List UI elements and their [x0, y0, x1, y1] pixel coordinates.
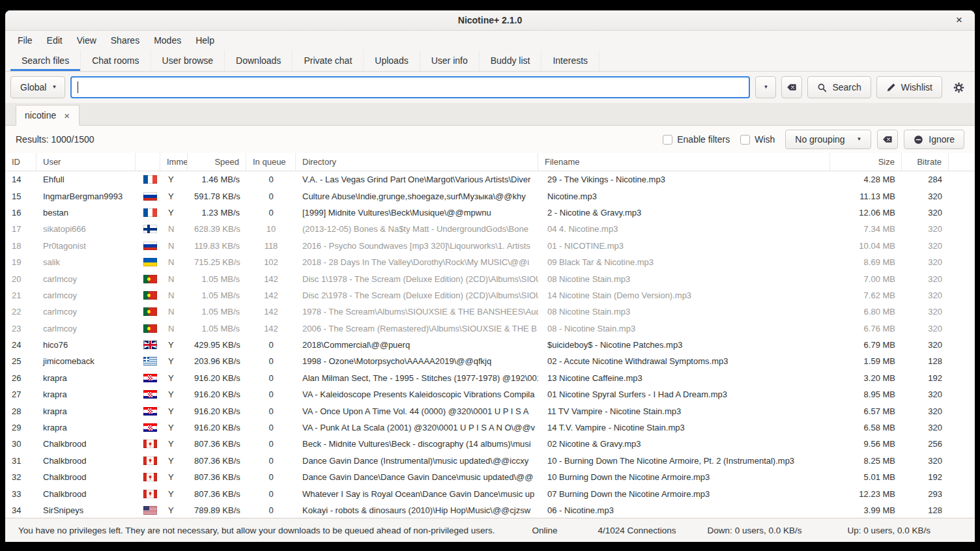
result-row[interactable]: 23 carlmcoy N 1.05 MB/s 142 2006 - The S…: [5, 320, 975, 337]
menu-shares[interactable]: Shares: [104, 31, 147, 50]
window-title: Nicotine+ 2.1.0: [458, 15, 522, 25]
cell-immediate: N: [160, 241, 188, 251]
cell-user: IngmarBergman9993: [36, 191, 136, 201]
column-header-country[interactable]: [136, 153, 160, 171]
cell-in-queue: 0: [246, 175, 296, 184]
country-flag-icon: [143, 275, 157, 283]
clear-results-button[interactable]: [877, 130, 898, 149]
cell-size: 8.69 MB: [830, 257, 902, 267]
result-row[interactable]: 24 hico76 Y 429.95 KB/s 0 2018\Commercia…: [5, 337, 975, 353]
result-row[interactable]: 20 carlmcoy N 1.05 MB/s 142 Disc 1\1978 …: [5, 270, 975, 287]
result-row[interactable]: 30 Chalkbrood Y 807.36 KB/s 0 Beck - Mid…: [5, 436, 975, 452]
tab-chat-rooms[interactable]: Chat rooms: [81, 50, 151, 71]
result-row[interactable]: 25 jimicomeback Y 203.96 KB/s 0 1998 - O…: [5, 353, 975, 369]
cell-user: hico76: [36, 340, 136, 350]
tab-private-chat[interactable]: Private chat: [293, 50, 364, 71]
tab-downloads[interactable]: Downloads: [225, 50, 293, 71]
result-row[interactable]: 15 IngmarBergman9993 Y 591.78 KB/s 0 Cul…: [5, 188, 975, 204]
search-button[interactable]: Search: [807, 76, 871, 98]
tab-user-info[interactable]: User info: [420, 50, 480, 71]
wishlist-button[interactable]: Wishlist: [876, 76, 942, 98]
cell-filename: 13 Nicotine Caffeine.mp3: [538, 373, 830, 383]
tab-interests[interactable]: Interests: [541, 50, 599, 71]
cell-directory: VA - Once Upon A Time Vol. 44 (0000) @32…: [296, 406, 538, 416]
wish-label: Wish: [755, 134, 775, 145]
result-row[interactable]: 18 Pr0tagonist N 119.83 KB/s 118 2016 - …: [5, 238, 975, 254]
settings-button[interactable]: [947, 76, 970, 98]
result-row[interactable]: 17 sikatopi666 N 628.39 KB/s 10 (2013-12…: [5, 221, 975, 237]
result-row[interactable]: 34 SirSnipeys Y 789.89 KB/s 0 Kokayi - r…: [5, 502, 975, 518]
close-icon: ×: [64, 110, 70, 121]
cell-size: 3.20 MB: [830, 373, 902, 383]
close-icon: ×: [956, 14, 962, 27]
search-icon: [817, 83, 827, 92]
menu-modes[interactable]: Modes: [147, 31, 188, 50]
cell-bitrate: 320: [902, 274, 949, 284]
enable-filters-checkbox[interactable]: Enable filters: [663, 134, 730, 145]
result-row[interactable]: 33 Chalkbrood Y 807.36 KB/s 0 Whatever I…: [5, 485, 975, 502]
tab-user-browse[interactable]: User browse: [151, 50, 225, 71]
window-close-button[interactable]: ×: [951, 12, 967, 28]
results-table-body: 14 Ehfull Y 1.46 MB/s 0 V.A. - Las Vegas…: [5, 171, 975, 518]
cell-user: sikatopi666: [36, 224, 136, 234]
result-row[interactable]: 14 Ehfull Y 1.46 MB/s 0 V.A. - Las Vegas…: [5, 171, 975, 188]
cell-immediate: Y: [160, 208, 188, 218]
tab-close-button[interactable]: ×: [63, 110, 70, 121]
column-header-immediate[interactable]: Imme: [160, 153, 188, 171]
cell-filename: 14 Nicotine Stain (Demo Version).mp3: [538, 290, 830, 300]
cell-user: bestan: [36, 208, 136, 218]
cell-bitrate: 320: [902, 191, 949, 201]
search-result-tab-nicotine[interactable]: nicotine ×: [16, 105, 79, 126]
search-input[interactable]: [70, 76, 750, 98]
cell-id: 22: [5, 307, 36, 317]
tab-buddy-list[interactable]: Buddy list: [480, 50, 542, 71]
cell-directory: Disc 2\1978 - The Scream (Deluxe Edition…: [296, 290, 538, 300]
search-history-dropdown-button[interactable]: ▼: [755, 76, 776, 98]
cell-speed: 916.20 KB/s: [188, 423, 246, 432]
cell-user: carlmcoy: [36, 307, 136, 317]
cell-id: 28: [5, 406, 36, 416]
cell-immediate: Y: [160, 439, 188, 449]
cell-bitrate: 320: [902, 290, 949, 300]
column-header-size[interactable]: Size: [830, 153, 902, 171]
result-row[interactable]: 28 krapra Y 916.20 KB/s 0 VA - Once Upon…: [5, 403, 975, 419]
cell-in-queue: 0: [246, 356, 296, 366]
menu-file[interactable]: File: [10, 31, 40, 50]
result-row[interactable]: 26 krapra Y 916.20 KB/s 0 Alan Milman Se…: [5, 370, 975, 386]
column-header-filename[interactable]: Filename: [538, 153, 830, 171]
clear-search-button[interactable]: [781, 76, 802, 98]
grouping-combobox[interactable]: No grouping ▼: [785, 130, 871, 149]
column-header-speed[interactable]: Speed: [188, 153, 246, 171]
column-header-id[interactable]: ID: [5, 153, 36, 171]
tab-uploads[interactable]: Uploads: [364, 50, 420, 71]
chevron-down-icon: ▼: [51, 85, 57, 90]
result-row[interactable]: 19 salik N 715.25 KB/s 102 2018 - 28 Day…: [5, 254, 975, 270]
result-row[interactable]: 21 carlmcoy N 1.05 MB/s 142 Disc 2\1978 …: [5, 287, 975, 304]
wish-checkbox[interactable]: Wish: [740, 134, 775, 145]
result-row[interactable]: 29 krapra Y 916.20 KB/s 0 VA - Punk At L…: [5, 419, 975, 436]
window-titlebar[interactable]: Nicotine+ 2.1.0 ×: [5, 10, 975, 31]
result-row[interactable]: 27 krapra Y 916.20 KB/s 0 VA - Kaleidosc…: [5, 386, 975, 403]
cell-bitrate: 320: [902, 340, 949, 350]
menu-view[interactable]: View: [70, 31, 104, 50]
column-header-directory[interactable]: Directory: [296, 153, 538, 171]
column-header-bitrate[interactable]: Bitrate: [902, 153, 949, 171]
result-row[interactable]: 32 Chalkbrood Y 807.36 KB/s 0 Dance Gavi…: [5, 469, 975, 485]
cell-filename: 01 Nicotine Spyral Surfers - I Had A Dre…: [538, 389, 830, 399]
ignore-button[interactable]: Ignore: [904, 130, 964, 149]
menubar: File Edit View Shares Modes Help: [5, 31, 975, 50]
menu-help[interactable]: Help: [188, 31, 222, 50]
tab-search-files[interactable]: Search files: [10, 50, 81, 71]
menu-edit[interactable]: Edit: [40, 31, 70, 50]
search-scope-combobox[interactable]: Global ▼: [10, 76, 65, 98]
cell-speed: 628.39 KB/s: [188, 224, 246, 234]
cell-filename: 11 TV Vampire - Nicotine Stain.mp3: [538, 406, 830, 416]
cell-filename: 01 - NICOTINE.mp3: [538, 241, 830, 251]
result-row[interactable]: 22 carlmcoy N 1.05 MB/s 142 1978 - The S…: [5, 304, 975, 320]
column-header-in-queue[interactable]: In queue: [246, 153, 296, 171]
status-connections: 4/1024 Connections: [598, 526, 676, 535]
column-header-user[interactable]: User: [36, 153, 136, 171]
cell-country: [136, 208, 160, 217]
result-row[interactable]: 16 bestan Y 1.23 MB/s 0 [1999] Midnite V…: [5, 205, 975, 221]
result-row[interactable]: 31 Chalkbrood Y 807.36 KB/s 0 Dance Gavi…: [5, 453, 975, 469]
